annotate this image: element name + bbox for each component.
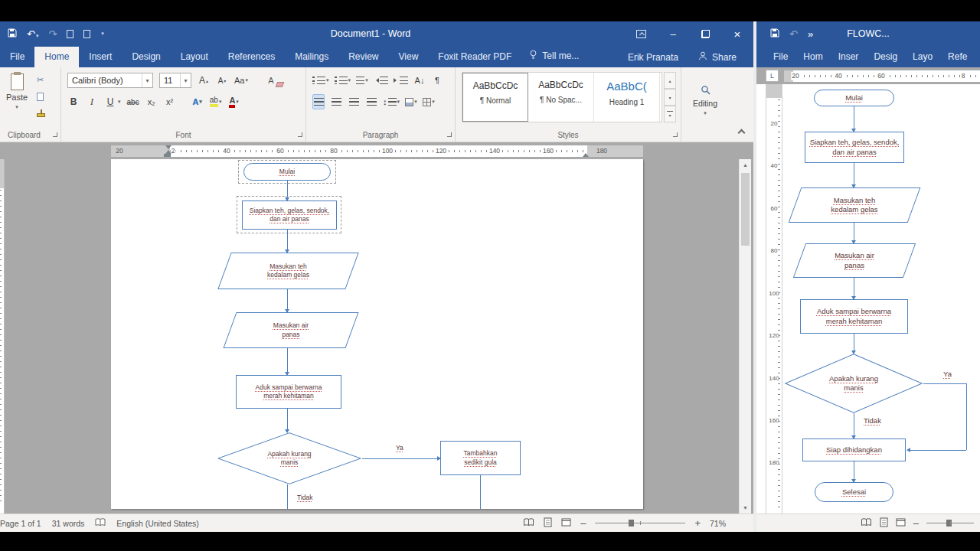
- tab-view[interactable]: View: [389, 47, 429, 67]
- proofing-icon[interactable]: [95, 518, 106, 528]
- style-heading-1[interactable]: AaBbC( Heading 1: [594, 73, 660, 122]
- right-indent-marker[interactable]: [583, 150, 589, 157]
- tab-review[interactable]: Review: [338, 47, 388, 67]
- flowchart-connector[interactable]: [287, 348, 288, 375]
- tab-mailings[interactable]: Mailings: [285, 47, 338, 67]
- qat-overflow-icon[interactable]: »: [808, 28, 813, 40]
- flowchart-connector-ya[interactable]: [923, 383, 966, 384]
- flowchart-process-aduk[interactable]: Aduk sampai berwarna merah kehitaman: [236, 375, 341, 409]
- zoom-slider[interactable]: [926, 519, 974, 527]
- numbering-button[interactable]: ▾: [335, 73, 351, 88]
- flowchart-connector[interactable]: [287, 230, 288, 253]
- clear-formatting-button[interactable]: A: [265, 73, 277, 88]
- show-paragraph-marks-button[interactable]: ¶: [431, 73, 443, 88]
- style-no-spacing[interactable]: AaBbCcDc ¶ No Spac...: [528, 73, 594, 122]
- hanging-indent-marker[interactable]: [165, 147, 172, 154]
- flowchart-process-siap[interactable]: Siap dihidangkan: [802, 439, 906, 461]
- document-page[interactable]: Mulai Siapkan teh, gelas, sendok, dan ai…: [111, 159, 643, 509]
- flowchart-io-masukan-air[interactable]: Masukan air panas: [799, 243, 910, 278]
- tab-file[interactable]: File: [766, 47, 795, 67]
- zoom-out-button[interactable]: –: [913, 517, 919, 529]
- flowchart-connector-ya[interactable]: [362, 458, 440, 459]
- tab-foxit-reader-pdf[interactable]: Foxit Reader PDF: [428, 47, 521, 67]
- page-indicator[interactable]: Page 1 of 1: [0, 519, 41, 528]
- flowchart-io-masukan-air[interactable]: Masukan air panas: [230, 312, 352, 348]
- flowchart-connector[interactable]: [907, 450, 966, 451]
- label-ya[interactable]: Ya: [943, 370, 952, 378]
- preview-document-icon[interactable]: [67, 30, 74, 38]
- increase-indent-button[interactable]: [394, 73, 408, 88]
- underline-dropdown-icon[interactable]: ▾: [118, 99, 121, 105]
- save-icon[interactable]: [770, 28, 779, 40]
- flowchart-process-tambahkan[interactable]: Tambahkan sedikit gula: [440, 441, 521, 475]
- flowchart-connector[interactable]: [966, 383, 967, 450]
- text-effects-button[interactable]: A▾: [191, 94, 204, 109]
- change-case-button[interactable]: Aa▾: [234, 73, 248, 88]
- align-left-button[interactable]: [312, 94, 325, 109]
- superscript-button[interactable]: x²: [164, 94, 176, 109]
- flowchart-connector[interactable]: [287, 409, 288, 432]
- tab-insert[interactable]: Insert: [79, 47, 122, 67]
- minimize-button[interactable]: –: [657, 21, 689, 46]
- read-mode-icon[interactable]: [861, 518, 872, 528]
- underline-button[interactable]: U: [104, 94, 116, 109]
- style-normal[interactable]: AaBbCcDc ¶ Normal: [462, 73, 528, 122]
- font-name-combobox[interactable]: Calibri (Body) ▾: [67, 73, 153, 88]
- label-ya[interactable]: Ya: [396, 444, 403, 452]
- flowchart-io-masukan-teh[interactable]: Masukan teh kedalam gelas: [795, 187, 914, 223]
- flowchart-connector-tidak[interactable]: [287, 484, 288, 509]
- tab-home[interactable]: Home: [34, 47, 79, 67]
- decrease-indent-button[interactable]: [374, 73, 388, 88]
- copy-button[interactable]: [37, 90, 44, 103]
- cut-button[interactable]: ✂: [37, 73, 44, 86]
- clipboard-dialog-launcher-icon[interactable]: [53, 132, 57, 137]
- editing-button[interactable]: Editing ▾: [681, 67, 729, 142]
- print-layout-icon[interactable]: [544, 517, 552, 529]
- flowchart-terminator-mulai[interactable]: Mulai: [814, 90, 894, 106]
- multilevel-list-button[interactable]: ▾: [356, 73, 368, 88]
- justify-button[interactable]: [365, 94, 377, 109]
- text-highlight-button[interactable]: ab▾: [210, 94, 222, 109]
- flowchart-process-aduk[interactable]: Aduk sampai berwarna merah kehitaman: [800, 299, 908, 334]
- flowchart-terminator-mulai[interactable]: Mulai: [243, 163, 331, 181]
- flowchart-connector[interactable]: [854, 278, 854, 299]
- tab-design[interactable]: Design: [122, 47, 170, 67]
- zoom-slider[interactable]: [595, 519, 685, 527]
- flowchart-io-masukan-teh[interactable]: Masukan teh kedalam gelas: [224, 253, 352, 289]
- tab-insert[interactable]: Inser: [831, 47, 867, 67]
- flowchart-connector[interactable]: [480, 475, 481, 509]
- collapse-ribbon-icon[interactable]: [738, 129, 746, 137]
- share-button[interactable]: Share: [698, 51, 737, 63]
- print-layout-icon[interactable]: [880, 517, 888, 529]
- bold-button[interactable]: B: [67, 94, 80, 109]
- scroll-up-arrow[interactable]: ▲: [740, 159, 751, 171]
- align-center-button[interactable]: [330, 94, 342, 109]
- flowchart-connector[interactable]: [854, 106, 854, 132]
- vertical-scrollbar[interactable]: ▲ ▼: [739, 159, 751, 514]
- font-size-combobox[interactable]: 11 ▾: [159, 73, 191, 88]
- ribbon-display-options-button[interactable]: [625, 21, 657, 46]
- close-button[interactable]: ×: [721, 21, 753, 46]
- tab-file[interactable]: File: [0, 47, 34, 67]
- new-document-icon[interactable]: [83, 30, 90, 38]
- flowchart-connector[interactable]: [854, 461, 854, 482]
- flowchart-connector[interactable]: [287, 289, 288, 312]
- shading-button[interactable]: ▾: [405, 94, 417, 109]
- font-color-button[interactable]: A▾: [228, 94, 240, 109]
- language-indicator[interactable]: English (United States): [116, 519, 198, 528]
- font-dialog-launcher-icon[interactable]: [298, 132, 302, 137]
- customize-qat-icon[interactable]: ▾: [101, 31, 104, 37]
- word-count[interactable]: 31 words: [52, 519, 85, 528]
- flowchart-process-siapkan[interactable]: Siapkan teh, gelas, sendok, dan air pana…: [805, 132, 904, 163]
- tab-layout[interactable]: Layo: [905, 47, 940, 67]
- flowchart-decision-apakah[interactable]: Apakah kurang manis: [784, 354, 923, 413]
- zoom-out-button[interactable]: –: [580, 517, 586, 529]
- tab-references[interactable]: References: [218, 47, 285, 67]
- paragraph-dialog-launcher-icon[interactable]: [447, 132, 452, 137]
- flowchart-connector[interactable]: [854, 223, 854, 243]
- label-tidak[interactable]: Tidak: [864, 416, 881, 425]
- tab-selector-button[interactable]: L: [766, 70, 779, 82]
- left-indent-marker[interactable]: [164, 154, 171, 157]
- styles-dialog-launcher-icon[interactable]: [673, 132, 678, 137]
- paste-button[interactable]: Paste ▾: [2, 72, 32, 129]
